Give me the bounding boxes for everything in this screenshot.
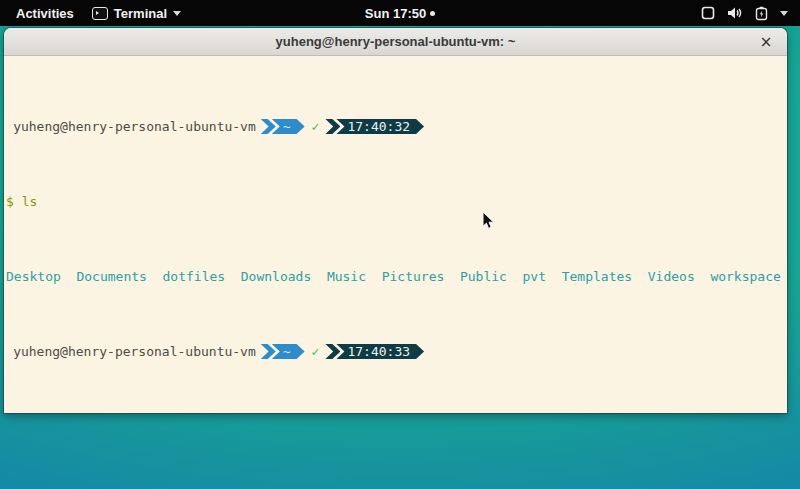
directory-name: pvt	[523, 269, 546, 284]
battery-charging-icon	[755, 6, 768, 21]
powerline-chevron-icon	[261, 119, 276, 134]
powerline-chevron-icon	[325, 344, 340, 359]
prompt-line: yuheng@henry-personal-ubuntu-vm ~ ✓ 17:4…	[6, 344, 785, 359]
app-menu-terminal[interactable]: Terminal	[92, 6, 181, 21]
directory-name: Pictures	[382, 269, 445, 284]
typed-command: ls	[22, 194, 38, 209]
prompt-path-segment: ~	[272, 119, 305, 134]
status-check-icon: ✓	[312, 344, 320, 359]
terminal-content[interactable]: yuheng@henry-personal-ubuntu-vm ~ ✓ 17:4…	[4, 56, 787, 413]
chevron-down-icon	[173, 11, 181, 16]
directory-name: Downloads	[241, 269, 311, 284]
prompt-char: $	[6, 194, 14, 209]
directory-name: Music	[327, 269, 366, 284]
volume-icon	[727, 6, 743, 20]
directory-name: Desktop	[6, 269, 61, 284]
directory-name: Documents	[76, 269, 146, 284]
prompt-user-host: yuheng@henry-personal-ubuntu-vm	[6, 119, 256, 134]
notification-dot-icon	[430, 11, 435, 16]
terminal-app-icon	[92, 7, 108, 20]
powerline-chevron-icon	[261, 344, 276, 359]
prompt-time-segment: 17:40:32	[336, 119, 424, 134]
top-bar: Activities Terminal Sun 17:50	[0, 0, 800, 26]
clock-label[interactable]: Sun 17:50	[365, 6, 426, 21]
close-button[interactable]: ×	[755, 28, 777, 55]
window-title: yuheng@henry-personal-ubuntu-vm: ~	[276, 34, 516, 49]
terminal-window: yuheng@henry-personal-ubuntu-vm: ~ × yuh…	[4, 28, 787, 413]
directory-name: dotfiles	[163, 269, 226, 284]
directory-name: Templates	[562, 269, 632, 284]
status-check-icon: ✓	[312, 119, 320, 134]
system-tray[interactable]	[701, 6, 800, 21]
window-titlebar[interactable]: yuheng@henry-personal-ubuntu-vm: ~ ×	[4, 28, 787, 56]
prompt-time-segment: 17:40:33	[336, 344, 424, 359]
screen-icon	[701, 6, 715, 20]
directory-name: Public	[460, 269, 507, 284]
directory-name: Videos	[648, 269, 695, 284]
ls-output-row: Desktop Documents dotfiles Downloads Mus…	[6, 269, 785, 284]
activities-button[interactable]: Activities	[12, 6, 78, 21]
prompt-line: yuheng@henry-personal-ubuntu-vm ~ ✓ 17:4…	[6, 119, 785, 134]
chevron-down-icon	[780, 11, 788, 16]
prompt-path-segment: ~	[272, 344, 305, 359]
directory-name: workspace	[710, 269, 780, 284]
app-menu-label: Terminal	[114, 6, 167, 21]
command-line: $ ls	[6, 194, 785, 209]
powerline-chevron-icon	[325, 119, 340, 134]
prompt-user-host: yuheng@henry-personal-ubuntu-vm	[6, 344, 256, 359]
